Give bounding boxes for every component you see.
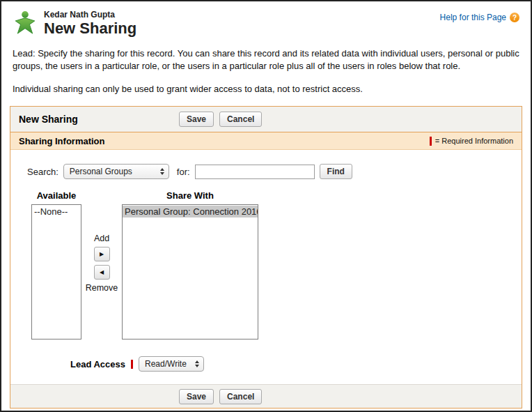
required-bar-icon	[131, 360, 133, 369]
help-link[interactable]: Help for this Page	[440, 13, 506, 22]
sharing-person-icon	[13, 10, 38, 35]
list-item-selected[interactable]: Personal Group: Connection 2016	[123, 206, 258, 218]
lead-access-label: Lead Access	[70, 359, 125, 369]
search-input[interactable]	[195, 165, 315, 179]
select-updown-icon	[160, 168, 164, 175]
lead-access-select[interactable]: Read/Write	[139, 356, 204, 372]
available-column: Available --None--	[31, 190, 81, 339]
search-row: Search: Personal Groups for: Find	[27, 164, 522, 179]
add-remove-column: Add ▶ ◀ Remove	[81, 190, 122, 339]
cancel-button-bottom[interactable]: Cancel	[219, 389, 262, 404]
search-label: Search:	[27, 167, 58, 177]
sharing-information-section-header: Sharing Information = Required Informati…	[10, 132, 522, 150]
remove-arrow-button[interactable]: ◀	[94, 265, 110, 280]
title-block: Kedar Nath Gupta New Sharing	[44, 10, 136, 38]
help-question-icon[interactable]: ?	[510, 13, 519, 22]
lead-access-row: Lead Access Read/Write	[70, 356, 522, 372]
for-label: for:	[177, 167, 190, 177]
select-updown-icon	[195, 360, 199, 367]
save-button-top[interactable]: Save	[179, 112, 214, 127]
lists-row: Available --None-- Add ▶ ◀ Remove Share …	[31, 190, 522, 339]
cancel-button-top[interactable]: Cancel	[219, 112, 262, 127]
available-listbox[interactable]: --None--	[31, 204, 81, 339]
list-item[interactable]: --None--	[32, 206, 81, 218]
lead-access-selected-value: Read/Write	[145, 359, 187, 369]
find-button[interactable]: Find	[320, 164, 352, 179]
search-type-selected-value: Personal Groups	[70, 167, 132, 176]
required-bar-icon	[430, 137, 432, 146]
search-type-select[interactable]: Personal Groups	[63, 164, 169, 179]
remove-label: Remove	[86, 283, 118, 293]
panel-footer: Save Cancel	[10, 384, 522, 408]
description-paragraph-1: Lead: Specify the sharing for this recor…	[13, 47, 519, 74]
panel-header: New Sharing Save Cancel	[10, 107, 522, 132]
required-legend-text: = Required Information	[435, 137, 513, 145]
page-description: Lead: Specify the sharing for this recor…	[1, 40, 531, 97]
record-context-name: Kedar Nath Gupta	[44, 10, 136, 20]
available-label: Available	[31, 190, 81, 201]
panel-content: Search: Personal Groups for: Find Availa…	[10, 150, 522, 384]
new-sharing-panel: New Sharing Save Cancel Sharing Informat…	[10, 106, 522, 409]
add-arrow-button[interactable]: ▶	[94, 247, 110, 261]
required-legend: = Required Information	[430, 137, 513, 146]
header-button-group: Save Cancel	[179, 112, 262, 127]
description-paragraph-2: Individual sharing can only be used to g…	[13, 83, 519, 96]
new-sharing-page: Kedar Nath Gupta New Sharing Help for th…	[0, 0, 532, 412]
section-title: Sharing Information	[19, 136, 105, 146]
share-with-label: Share With	[122, 190, 258, 201]
share-with-column: Share With Personal Group: Connection 20…	[122, 190, 258, 339]
share-with-listbox[interactable]: Personal Group: Connection 2016	[122, 204, 258, 339]
panel-title: New Sharing	[19, 114, 78, 125]
help-area: Help for this Page ?	[440, 13, 519, 22]
add-label: Add	[94, 234, 109, 243]
page-title: New Sharing	[44, 20, 136, 37]
save-button-bottom[interactable]: Save	[179, 389, 214, 404]
